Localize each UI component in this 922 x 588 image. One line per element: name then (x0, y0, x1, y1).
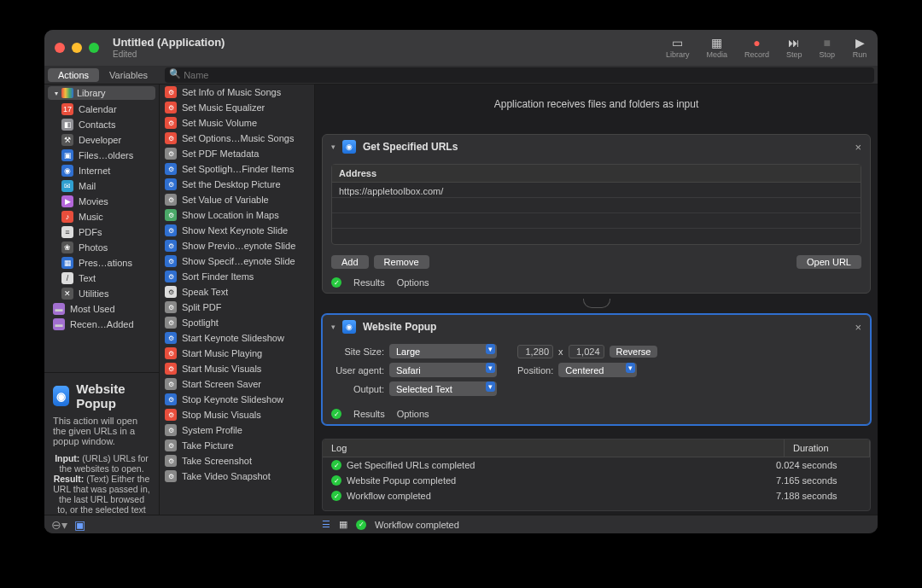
address-table: Address https://appletoolbox.com/ (331, 164, 861, 245)
action-list-item[interactable]: ⚙Stop Keynote Slideshow (160, 392, 314, 407)
action-list-item[interactable]: ⚙Show Location in Maps (160, 207, 314, 223)
action-icon: ⚙ (165, 194, 177, 206)
media-button[interactable]: ▦Media (706, 37, 727, 59)
action-list-item[interactable]: ⚙Set PDF Metadata (160, 146, 314, 161)
expand-icon[interactable]: ▣ (74, 518, 85, 532)
action-list-item[interactable]: ⚙Start Keynote Slideshow (160, 330, 314, 346)
site-size-select[interactable]: Large (389, 344, 497, 358)
library-item[interactable]: ▶Movies (44, 194, 159, 209)
open-url-button[interactable]: Open URL (797, 255, 861, 269)
gear-icon[interactable]: ⊖▾ (51, 518, 67, 532)
library-icon (61, 88, 73, 98)
close-icon[interactable]: × (855, 321, 861, 334)
url-row-empty[interactable] (332, 198, 861, 213)
results-tab[interactable]: Results (353, 409, 385, 419)
action-list-item[interactable]: ⚙Set Options…Music Songs (160, 131, 314, 146)
library-item[interactable]: ≡PDFs (44, 224, 159, 240)
library-folder[interactable]: ▬Most Used (44, 301, 159, 317)
url-row-empty[interactable] (332, 213, 861, 229)
action-list-item[interactable]: ⚙Stop Music Visuals (160, 407, 314, 422)
action-list-item[interactable]: ⚙Take Screenshot (160, 453, 314, 469)
chevron-down-icon[interactable]: ▾ (331, 143, 336, 151)
remove-button[interactable]: Remove (374, 255, 429, 269)
category-icon: 17 (61, 103, 73, 115)
zoom-icon[interactable] (89, 43, 99, 53)
options-tab[interactable]: Options (397, 409, 429, 419)
library-button[interactable]: ▭Library (666, 37, 690, 59)
action-list-item[interactable]: ⚙Sort Finder Items (160, 269, 314, 284)
library-item[interactable]: ✕Utilities (44, 286, 159, 301)
library-item[interactable]: ◉Internet (44, 163, 159, 178)
action-list-item[interactable]: ⚙Set Value of Variable (160, 192, 314, 207)
close-icon[interactable] (55, 43, 65, 53)
output-select[interactable]: Selected Text (389, 381, 497, 396)
action-list-item[interactable]: ⚙Start Screen Saver (160, 376, 314, 392)
app-window: Untitled (Application) Edited ▭Library▦M… (44, 30, 878, 533)
check-icon: ✓ (331, 460, 341, 470)
record-button[interactable]: ●Record (744, 37, 769, 59)
action-icon: ⚙ (165, 440, 177, 451)
action-list-item[interactable]: ⚙Take Video Snapshot (160, 469, 314, 484)
action-list-item[interactable]: ⚙Show Previo…eynote Slide (160, 238, 314, 253)
action-list-item[interactable]: ⚙Set Music Volume (160, 115, 314, 131)
width-input[interactable] (517, 345, 553, 358)
action-icon: ⚙ (165, 132, 177, 144)
action-list-item[interactable]: ⚙Start Music Visuals (160, 361, 314, 376)
address-column-header: Address (332, 165, 861, 183)
reverse-button[interactable]: Reverse (610, 346, 658, 358)
action-list-item[interactable]: ⚙System Profile (160, 422, 314, 438)
action-list-item[interactable]: ⚙Speak Text (160, 284, 314, 300)
minimize-icon[interactable] (72, 43, 82, 53)
category-icon: ▶ (61, 195, 73, 207)
options-tab[interactable]: Options (397, 277, 429, 288)
action-list-item[interactable]: ⚙Take Picture (160, 438, 314, 453)
library-header[interactable]: ▾ Library (48, 86, 155, 100)
category-icon: ◧ (61, 119, 73, 131)
results-tab[interactable]: Results (353, 277, 385, 288)
library-item[interactable]: ▣Files…olders (44, 148, 159, 163)
search-input[interactable] (165, 67, 874, 83)
list-view-icon[interactable]: ☰ (322, 519, 330, 530)
url-row[interactable]: https://appletoolbox.com/ (332, 183, 861, 198)
add-button[interactable]: Add (331, 255, 369, 269)
action-list-item[interactable]: ⚙Set Music Equalizer (160, 100, 314, 115)
stop-button[interactable]: ■Stop (819, 37, 835, 59)
library-item[interactable]: 17Calendar (44, 102, 159, 117)
grid-view-icon[interactable]: ▦ (339, 519, 347, 530)
library-item[interactable]: ▦Pres…ations (44, 255, 159, 271)
tab-actions[interactable]: Actions (48, 68, 99, 82)
library-item[interactable]: ⚒Developer (44, 132, 159, 148)
step-button[interactable]: ⏭Step (786, 37, 802, 59)
close-icon[interactable]: × (855, 141, 861, 154)
library-item[interactable]: ♪Music (44, 209, 159, 224)
action-list-item[interactable]: ⚙Set Info of Music Songs (160, 84, 314, 100)
check-icon: ✓ (331, 277, 341, 288)
folder-icon: ▬ (53, 303, 65, 315)
category-icon: ❀ (61, 242, 73, 253)
action-get-specified-urls: ▾ ◉ Get Specified URLs × Address https:/… (322, 134, 871, 294)
library-item[interactable]: ◧Contacts (44, 117, 159, 132)
run-button[interactable]: ▶Run (852, 37, 867, 59)
library-item[interactable]: ❀Photos (44, 240, 159, 255)
action-list-item[interactable]: ⚙Set the Desktop Picture (160, 177, 314, 192)
action-list-item[interactable]: ⚙Show Specif…eynote Slide (160, 253, 314, 269)
height-input[interactable] (569, 345, 604, 358)
library-item[interactable]: ✉Mail (44, 178, 159, 194)
window-subtitle: Edited (113, 49, 225, 59)
action-list-item[interactable]: ⚙Set Spotligh…Finder Items (160, 161, 314, 177)
info-description: This action will open the given URLs in … (53, 416, 150, 446)
action-icon: ⚙ (165, 224, 177, 236)
url-row-empty[interactable] (332, 229, 861, 244)
library-folder[interactable]: ▬Recen…Added (44, 317, 159, 332)
user-agent-select[interactable]: Safari (389, 363, 497, 377)
tab-variables[interactable]: Variables (99, 68, 158, 82)
action-icon: ⚙ (165, 240, 177, 252)
action-list-item[interactable]: ⚙Show Next Keynote Slide (160, 223, 314, 238)
action-list-item[interactable]: ⚙Spotlight (160, 315, 314, 330)
position-select[interactable]: Centered (558, 363, 637, 377)
action-list-item[interactable]: ⚙Split PDF (160, 300, 314, 315)
action-list-item[interactable]: ⚙Start Music Playing (160, 346, 314, 361)
check-icon: ✓ (331, 491, 341, 501)
library-item[interactable]: /Text (44, 271, 159, 286)
chevron-down-icon[interactable]: ▾ (331, 323, 336, 331)
